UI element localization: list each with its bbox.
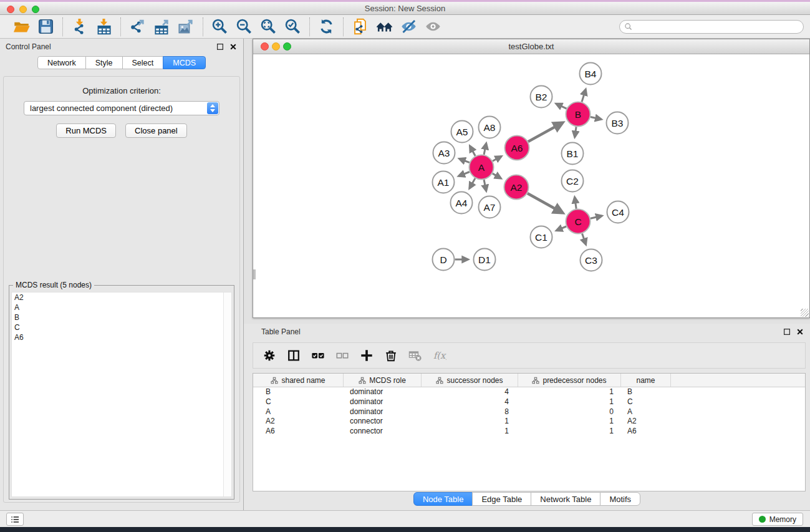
tab-mcds[interactable]: MCDS (163, 56, 206, 69)
open-file-icon[interactable] (13, 18, 30, 35)
float-table-panel-icon[interactable] (783, 327, 791, 336)
graph-node-A7[interactable]: A7 (479, 196, 501, 218)
column-header-name[interactable]: name (621, 374, 671, 387)
mcds-result-item[interactable]: A6 (12, 332, 231, 342)
mcds-result-item[interactable]: A2 (12, 293, 231, 302)
export-table-icon[interactable] (153, 18, 170, 35)
tab-select[interactable]: Select (122, 56, 164, 69)
close-panel-button[interactable]: Close panel (125, 123, 187, 138)
tab-style[interactable]: Style (85, 56, 123, 69)
optimization-criterion-dropdown[interactable]: largest connected component (directed) (24, 101, 219, 115)
graph-edge-C-C2[interactable] (575, 197, 577, 208)
table-row[interactable]: A2connector11A2 (253, 417, 805, 427)
tab-network-table[interactable]: Network Table (531, 492, 600, 506)
scrollbar-track[interactable] (223, 293, 231, 496)
refresh-layout-icon[interactable] (318, 18, 335, 35)
table-row[interactable]: Cdominator41C (253, 397, 805, 407)
hide-selected-icon[interactable] (400, 18, 417, 35)
graph-node-B[interactable]: B (566, 102, 591, 127)
graph-edge-B-B4[interactable] (582, 89, 586, 102)
delete-columns-icon[interactable] (384, 349, 398, 362)
graph-edge-A-A2[interactable] (493, 173, 501, 178)
graph-edge-A2-C[interactable] (528, 193, 562, 213)
table-row[interactable]: Adominator80A (253, 407, 805, 417)
column-header-predecessor-nodes[interactable]: predecessor nodes (518, 374, 621, 387)
close-window-icon[interactable] (7, 6, 14, 13)
network-canvas[interactable]: B4B2BB3A8A5A6A3B1AC2A1A2A4A7C4CC1C3DD1 (253, 54, 809, 317)
column-header-shared-name[interactable]: shared name (253, 374, 344, 387)
table-row[interactable]: A6connector11A6 (253, 427, 805, 437)
graph-node-B4[interactable]: B4 (580, 63, 602, 85)
graph-edge-A-A6[interactable] (493, 157, 501, 162)
tab-network[interactable]: Network (37, 56, 86, 69)
first-neighbors-icon[interactable] (376, 18, 393, 35)
table-row[interactable]: Bdominator41B (253, 387, 805, 397)
graph-node-A8[interactable]: A8 (479, 117, 501, 138)
mcds-result-list[interactable]: A2ABCA6 (11, 292, 232, 497)
graph-edge-B-B2[interactable] (556, 104, 567, 109)
graph-node-C4[interactable]: C4 (607, 201, 629, 223)
unselect-all-columns-icon[interactable] (335, 349, 349, 362)
export-image-icon[interactable] (178, 18, 195, 35)
export-network-icon[interactable] (129, 18, 146, 35)
graph-node-B1[interactable]: B1 (562, 143, 584, 165)
split-table-icon[interactable] (287, 349, 301, 362)
close-table-panel-icon[interactable] (796, 327, 804, 336)
graph-edge-B-B1[interactable] (575, 127, 576, 137)
graph-node-A2[interactable]: A2 (504, 175, 529, 200)
graph-node-A5[interactable]: A5 (451, 121, 473, 143)
graph-edge-B-B3[interactable] (591, 117, 601, 119)
mcds-result-item[interactable]: C (12, 322, 231, 332)
graph-edge-A-A7[interactable] (484, 180, 486, 191)
graph-node-D[interactable]: D (433, 249, 455, 271)
network-window-titlebar[interactable]: testGlobe.txt (253, 39, 809, 54)
graph-edge-A6-B[interactable] (528, 123, 562, 142)
save-session-icon[interactable] (37, 18, 54, 35)
column-header-successor-nodes[interactable]: successor nodes (422, 374, 518, 387)
graph-node-D1[interactable]: D1 (474, 249, 496, 271)
graph-node-A[interactable]: A (470, 155, 494, 180)
import-table-icon[interactable] (95, 18, 112, 35)
search-input[interactable] (619, 20, 804, 34)
minimize-network-window-icon[interactable] (272, 42, 280, 51)
graph-edge-A-A3[interactable] (460, 158, 470, 162)
graph-node-C[interactable]: C (566, 210, 591, 234)
graph-edge-C-C1[interactable] (556, 226, 566, 231)
tab-edge-table[interactable]: Edge Table (472, 492, 531, 506)
memory-button[interactable]: Memory (752, 513, 803, 526)
graph-edge-A-A1[interactable] (459, 172, 470, 177)
graph-node-A6[interactable]: A6 (505, 136, 529, 160)
tab-node-table[interactable]: Node Table (413, 492, 473, 506)
select-all-columns-icon[interactable] (311, 349, 325, 362)
scrollbar-thumb[interactable] (253, 269, 256, 279)
panel-menu-button[interactable] (6, 513, 24, 526)
graph-node-A3[interactable]: A3 (433, 142, 455, 164)
mcds-result-item[interactable]: A (12, 302, 231, 312)
graph-edge-A-A4[interactable] (470, 178, 475, 188)
tab-motifs[interactable]: Motifs (600, 492, 640, 506)
settings-gear-icon[interactable] (263, 349, 276, 362)
new-network-from-selection-icon[interactable] (352, 18, 369, 35)
graph-node-C3[interactable]: C3 (581, 249, 602, 271)
graph-node-A1[interactable]: A1 (433, 172, 455, 193)
minimize-window-icon[interactable] (19, 6, 27, 13)
zoom-network-window-icon[interactable] (283, 42, 291, 51)
mcds-result-item[interactable]: B (12, 312, 231, 322)
zoom-in-icon[interactable] (211, 18, 228, 35)
graph-edge-C-C4[interactable] (591, 216, 602, 218)
graph-edge-C-C3[interactable] (582, 233, 586, 244)
close-network-window-icon[interactable] (261, 42, 269, 51)
run-mcds-button[interactable]: Run MCDS (56, 123, 116, 138)
zoom-window-icon[interactable] (32, 6, 39, 13)
create-column-icon[interactable] (360, 349, 374, 362)
graph-node-B3[interactable]: B3 (607, 112, 629, 134)
graph-node-C2[interactable]: C2 (562, 170, 584, 192)
zoom-fit-icon[interactable] (260, 18, 277, 35)
zoom-out-icon[interactable] (236, 18, 253, 35)
column-header-MCDS-role[interactable]: MCDS role (344, 374, 422, 387)
resize-grip-icon[interactable] (801, 309, 809, 317)
graph-edge-A-A8[interactable] (484, 143, 486, 155)
graph-edge-A-A5[interactable] (470, 146, 476, 156)
zoom-selected-icon[interactable] (284, 18, 301, 35)
graph-node-A4[interactable]: A4 (451, 192, 473, 214)
